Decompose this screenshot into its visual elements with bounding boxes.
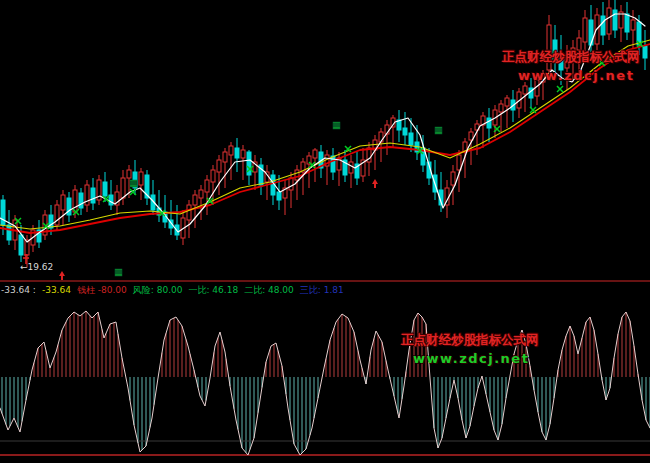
indicator-bars — [2, 311, 650, 453]
ma-red-line — [0, 44, 650, 233]
status-value-blue: 三比: 1.81 — [300, 284, 344, 296]
candlesticks — [1, 0, 647, 267]
status-value-ratio1: 一比: 46.18 — [188, 284, 238, 296]
indicator-status-bar: -33.64 : -33.64 钱柱 -80.00 风险: 80.00 一比: … — [1, 284, 344, 296]
ma-yellow-line — [0, 40, 650, 229]
price-low-label: ←19.62 — [20, 262, 53, 272]
status-value-risk: 风险: 80.00 — [133, 284, 183, 296]
status-value-ratio2: 二比: 48.00 — [244, 284, 294, 296]
status-value-yellow: -33.64 — [42, 284, 71, 296]
status-value-white: -33.64 : — [1, 284, 36, 296]
chart-canvas[interactable] — [0, 0, 650, 463]
stock-chart-app: 正点财经炒股指标公式网 www.zdcj.net 正点财经炒股指标公式网 www… — [0, 0, 650, 463]
status-value-red: 钱柱 -80.00 — [77, 284, 127, 296]
